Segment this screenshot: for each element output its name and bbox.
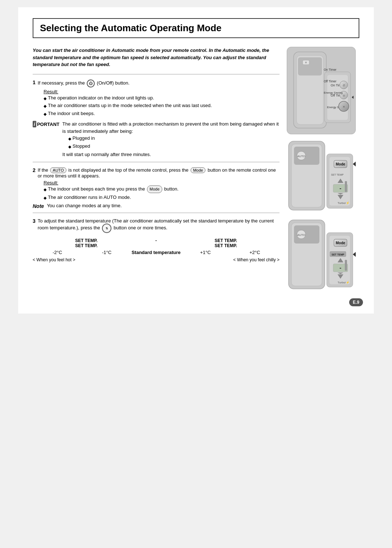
divider-3 bbox=[33, 213, 279, 213]
svg-text:Mode: Mode bbox=[336, 241, 346, 245]
step-1: 1 If necessary, press the ⏻ (On/Off) but… bbox=[33, 79, 279, 117]
svg-text:SET TEMP: SET TEMP bbox=[331, 253, 344, 256]
important-block: i PORTANT The air conditioner is fitted … bbox=[33, 120, 279, 158]
svg-text:≡: ≡ bbox=[305, 61, 307, 64]
important-label: PORTANT bbox=[37, 122, 60, 127]
temp-header-2: SET TEMP. SET TEMP. bbox=[172, 238, 279, 248]
page-number: E.9 bbox=[349, 298, 363, 306]
svg-text:-: - bbox=[339, 185, 341, 191]
svg-text:-: - bbox=[339, 265, 341, 271]
remote-3-svg: AUTO Mode SET TEMP - bbox=[287, 218, 356, 291]
temp-val-3: Standard temperature bbox=[131, 250, 181, 255]
temp-separator: - bbox=[140, 238, 172, 248]
step-3-number: 3 bbox=[33, 218, 36, 224]
temp-values-row: -2°C -1°C Standard temperature +1°C +2°C bbox=[33, 250, 279, 255]
step-3: 3 To adjust the standard temperature (Th… bbox=[33, 218, 279, 233]
note-label: Note bbox=[33, 203, 44, 209]
right-column: ≡ On Timer Off Timer Energy Saving ⏱ bbox=[287, 47, 359, 292]
step-2-result: Result: ◆ The indoor unit beeps each tim… bbox=[44, 180, 279, 201]
diamond-icon: ◆ bbox=[44, 111, 46, 117]
temp-header-1: SET TEMP. SET TEMP. bbox=[33, 238, 140, 248]
diamond-icon: ◆ bbox=[44, 103, 46, 109]
step-2-line: 2 If the AUTO is not displayed at the to… bbox=[33, 167, 279, 179]
note-text: You can change modes at any time. bbox=[47, 203, 122, 208]
temp-val-5: +2°C bbox=[230, 250, 279, 255]
svg-text:✕: ✕ bbox=[343, 105, 345, 109]
important-icon: i PORTANT bbox=[33, 120, 60, 127]
im-letter: i bbox=[33, 121, 36, 127]
important-bullets: ◆ Plugged in ◆ Stopped bbox=[68, 135, 279, 150]
feel-chilly-label: < When you feel chilly > bbox=[156, 257, 279, 262]
intro-paragraph: You can start the air conditioner in Aut… bbox=[33, 47, 279, 68]
step-3-text: To adjust the standard temperature (The … bbox=[38, 218, 279, 233]
svg-text:⏲: ⏲ bbox=[343, 94, 345, 97]
temp-when-row: < When you feel hot > < When you feel ch… bbox=[33, 257, 279, 262]
auto-inline-btn: AUTO bbox=[50, 167, 66, 173]
step-1-number: 1 bbox=[33, 79, 36, 85]
bullet-1: ◆ Plugged in bbox=[68, 135, 279, 142]
page-container: Selecting the Automatic Operating Mode Y… bbox=[18, 7, 374, 314]
svg-rect-33 bbox=[345, 181, 347, 192]
divider-2 bbox=[33, 162, 279, 162]
remote-2-wrapper: AUTO Mode SET TEMP - bbox=[287, 139, 359, 213]
mode-inline-btn: Mode bbox=[191, 167, 206, 173]
remote-1-wrapper: ≡ On Timer Off Timer Energy Saving ⏱ bbox=[287, 47, 359, 134]
svg-rect-52 bbox=[345, 260, 347, 271]
step-2: 2 If the AUTO is not displayed at the to… bbox=[33, 167, 279, 209]
result-label-2: Result: bbox=[44, 180, 58, 185]
svg-text:AUTO: AUTO bbox=[297, 233, 305, 237]
svg-text:Mode: Mode bbox=[336, 162, 346, 166]
remote-2-svg: AUTO Mode SET TEMP - bbox=[287, 139, 356, 212]
svg-text:Turbo/⚡: Turbo/⚡ bbox=[338, 281, 350, 284]
step-1-result: Result: ◆ The operation indicator on the… bbox=[44, 89, 279, 117]
feel-hot-label: < When you feel hot > bbox=[33, 257, 156, 262]
step-1-text: If necessary, press the ⏻ (On/Off) butto… bbox=[38, 79, 130, 87]
important-text: The air conditioner is fitted with a pro… bbox=[62, 120, 279, 158]
remote-3-wrapper: AUTO Mode SET TEMP - bbox=[287, 218, 359, 292]
temp-val-1: -2°C bbox=[33, 250, 82, 255]
step-1-line: 1 If necessary, press the ⏻ (On/Off) but… bbox=[33, 79, 279, 87]
important-note: It will start up normally after three mi… bbox=[62, 151, 279, 158]
step-2-text: If the AUTO is not displayed at the top … bbox=[38, 167, 279, 179]
svg-text:Turbo/⚡: Turbo/⚡ bbox=[338, 201, 350, 205]
title-box: Selecting the Automatic Operating Mode bbox=[33, 18, 359, 38]
page-title: Selecting the Automatic Operating Mode bbox=[40, 23, 352, 34]
svg-text:SET TEMP: SET TEMP bbox=[331, 173, 344, 176]
svg-marker-34 bbox=[353, 160, 356, 168]
svg-marker-53 bbox=[353, 251, 356, 258]
step-3-line: 3 To adjust the standard temperature (Th… bbox=[33, 218, 279, 233]
remote-1: ≡ On Timer Off Timer Energy Saving ⏱ bbox=[287, 47, 356, 134]
mode-btn-inline: Mode bbox=[147, 185, 162, 193]
temp-section: SET TEMP. SET TEMP. - SET TEMP. SET TEMP… bbox=[33, 238, 279, 262]
onoff-icon: ⏻ bbox=[87, 79, 95, 87]
svg-marker-16 bbox=[352, 94, 354, 101]
result-item-1-1: ◆ The operation indicator on the indoor … bbox=[44, 94, 279, 102]
note-block: Note You can change modes at any time. bbox=[33, 203, 279, 209]
result-item-1-2: ◆ The air conditioner starts up in the m… bbox=[44, 102, 279, 109]
svg-text:AUTO: AUTO bbox=[297, 155, 305, 158]
content-area: You can start the air conditioner in Aut… bbox=[33, 47, 359, 292]
settemp-icon: ⇅ bbox=[102, 224, 111, 233]
svg-text:⏱: ⏱ bbox=[343, 84, 345, 87]
left-column: You can start the air conditioner in Aut… bbox=[33, 47, 279, 292]
temp-header-row: SET TEMP. SET TEMP. - SET TEMP. SET TEMP… bbox=[33, 238, 279, 248]
bullet-2: ◆ Stopped bbox=[68, 143, 279, 150]
result-label-1: Result: bbox=[44, 89, 58, 94]
divider-1 bbox=[33, 74, 279, 74]
result-item-1-3: ◆ The indoor unit beeps. bbox=[44, 110, 279, 117]
result-item-2-1: ◆ The indoor unit beeps each time you pr… bbox=[44, 185, 279, 193]
temp-val-2: -1°C bbox=[82, 250, 131, 255]
diamond-icon: ◆ bbox=[44, 95, 46, 102]
step-2-number: 2 bbox=[33, 167, 36, 173]
remote-1-svg: ≡ On Timer Off Timer Energy Saving ⏱ bbox=[290, 50, 354, 130]
svg-rect-2 bbox=[298, 57, 322, 75]
result-item-2-2: ◆ The air conditioner runs in AUTO mode. bbox=[44, 194, 279, 201]
temp-val-4: +1°C bbox=[181, 250, 230, 255]
